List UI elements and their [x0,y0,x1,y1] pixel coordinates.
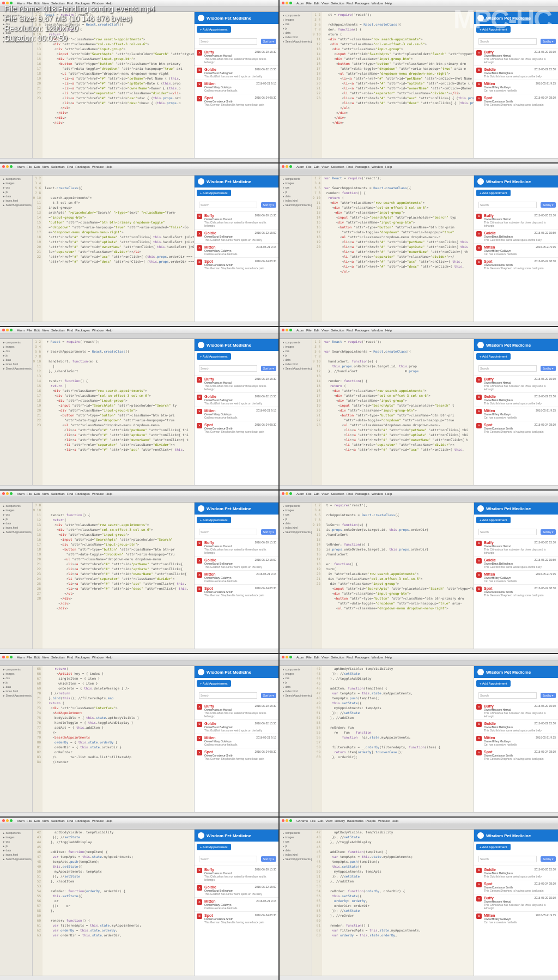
tree-item[interactable]: js [281,680,311,685]
menu-item[interactable]: Packages [355,492,369,495]
file-tree[interactable]: componentsimagescssjsdataindex.htmlSearc… [0,176,33,322]
tree-item[interactable]: css [281,512,311,517]
tree-item[interactable]: js [1,353,31,358]
code-editor[interactable]: 65 66 67 68 69 70 71 72 73 74 75 76 77 7… [33,666,194,812]
menu-item[interactable]: Find [347,2,353,5]
menu-item[interactable]: Edit [34,165,40,168]
sort-by-button[interactable]: Sort by ▾ [541,529,556,535]
tree-item[interactable]: images [281,508,311,512]
tree-item[interactable]: index.html [1,689,31,693]
menu-item[interactable]: Window [372,2,383,5]
delete-icon[interactable]: × [476,68,482,73]
delete-icon[interactable]: × [197,736,202,741]
menu-item[interactable]: File [27,819,32,822]
code-editor[interactable]: 1 2 3 4 5 6 7 8 9 10 11 12 13 14 15 16 1… [312,176,474,322]
delete-icon[interactable]: × [197,259,202,265]
video-thumbnail[interactable]: AtomFileEditViewSelectionFindPackagesWin… [280,327,558,489]
tree-item[interactable]: components [1,340,31,344]
tree-item[interactable]: images [1,835,31,839]
tree-item[interactable]: css [281,22,311,26]
delete-icon[interactable]: × [476,586,482,592]
code-content[interactable]: aptBodyVisible: tempVisibility }); //set… [43,830,194,976]
tree-item[interactable]: css [281,676,311,680]
tree-item[interactable]: data [281,31,311,35]
menu-item[interactable]: Atom [17,819,25,822]
tree-item[interactable]: components [281,667,311,672]
delete-icon[interactable]: × [197,541,202,546]
search-input[interactable]: Search [478,365,537,372]
delete-icon[interactable]: × [197,868,202,873]
delete-icon[interactable]: × [197,96,202,101]
tree-item[interactable]: SearchAppointments.js [1,203,31,207]
file-tree[interactable]: componentsimagescssjsdataindex.htmlSearc… [280,666,312,812]
add-appointment-button[interactable]: + Add Appointment [476,844,511,850]
tree-item[interactable]: images [281,181,311,185]
menu-item[interactable]: Window [372,165,383,168]
tree-item[interactable]: css [281,185,311,190]
delete-icon[interactable]: × [476,82,482,87]
menu-item[interactable]: Selection [331,656,344,659]
file-tree[interactable]: componentsimagescssjsdataindex.htmlSearc… [280,176,312,322]
menu-item[interactable]: Packages [75,819,89,822]
tree-item[interactable]: css [1,676,31,680]
tree-item[interactable]: images [281,17,311,22]
delete-icon[interactable]: × [197,82,202,87]
sort-by-button[interactable]: Sort by ▾ [541,202,556,208]
tree-item[interactable]: components [1,667,31,672]
tree-item[interactable]: components [281,177,311,181]
code-content[interactable]: aptBodyVisible: tempVisibility }); //set… [322,830,474,976]
menu-item[interactable]: Edit [318,819,323,822]
sort-by-button[interactable]: Sort by ▾ [261,366,276,371]
tree-item[interactable]: SearchAppointments.js [1,366,31,371]
code-content[interactable]: t = require('react'); rchAppointments = … [322,503,474,649]
sort-by-button[interactable]: Sort by ▾ [261,202,276,208]
menu-item[interactable]: Help [392,819,398,822]
delete-icon[interactable]: × [476,541,482,546]
code-content[interactable]: var React = require('react'); var Search… [322,339,474,485]
menu-item[interactable]: View [42,329,49,332]
delete-icon[interactable]: × [476,736,482,741]
file-tree[interactable]: componentsimagescssjsdataindex.htmlSearc… [0,503,33,649]
menu-item[interactable]: Selection [331,165,344,168]
add-appointment-button[interactable]: + Add Appointment [476,680,511,687]
tree-item[interactable]: data [1,358,31,362]
tree-item[interactable]: components [281,831,311,835]
tree-item[interactable]: css [1,349,31,353]
tree-item[interactable]: components [281,13,311,17]
menu-item[interactable]: Atom [296,492,304,495]
tree-item[interactable]: SearchAppointments.js [281,366,311,371]
menu-item[interactable]: Help [106,656,112,659]
file-tree[interactable]: componentsimagescssjsdataindex.htmlSearc… [0,339,33,485]
tree-item[interactable]: data [1,685,31,689]
menu-item[interactable]: Window [372,656,383,659]
add-appointment-button[interactable]: + Add Appointment [197,517,231,523]
menu-item[interactable]: History [335,819,345,822]
video-thumbnail[interactable]: AtomFileEditViewSelectionFindPackagesWin… [280,654,558,816]
code-editor[interactable]: 42 43 44 45 46 47 48 49 50 51 52 53 54 5… [33,830,194,976]
tree-item[interactable]: index.html [281,525,311,530]
menu-item[interactable]: Edit [314,492,319,495]
search-input[interactable]: Search [478,856,537,862]
menu-item[interactable]: File [27,165,32,168]
tree-item[interactable]: SearchAppointments.js [1,857,31,861]
code-content[interactable]: return( <AptList key = { index } singleI… [43,666,194,812]
delete-icon[interactable]: × [476,96,482,101]
menu-item[interactable]: Selection [331,2,344,5]
menu-item[interactable]: Edit [314,329,319,332]
code-content[interactable]: ct = require('react'); rchAppointments =… [322,12,474,158]
sort-by-button[interactable]: Sort by ▾ [261,693,276,698]
menu-item[interactable]: Selection [51,819,65,822]
delete-icon[interactable]: × [476,572,482,578]
tree-item[interactable]: data [281,194,311,198]
code-editor[interactable]: 1 2 3 4 5 6 7 8 9 10 11 12 13 14 15 16 1… [312,339,474,485]
menu-item[interactable]: Packages [75,492,89,495]
menu-item[interactable]: View [322,492,329,495]
menu-item[interactable]: Window [92,656,104,659]
video-thumbnail[interactable]: AtomFileEditViewSelectionFindPackagesWin… [0,654,278,816]
search-input[interactable]: Search [199,365,257,372]
tree-item[interactable]: SearchAppointments.js [281,857,311,861]
tree-item[interactable]: js [281,844,311,848]
delete-icon[interactable]: × [197,704,202,710]
tree-item[interactable]: css [1,185,31,190]
menu-item[interactable]: Selection [51,329,65,332]
